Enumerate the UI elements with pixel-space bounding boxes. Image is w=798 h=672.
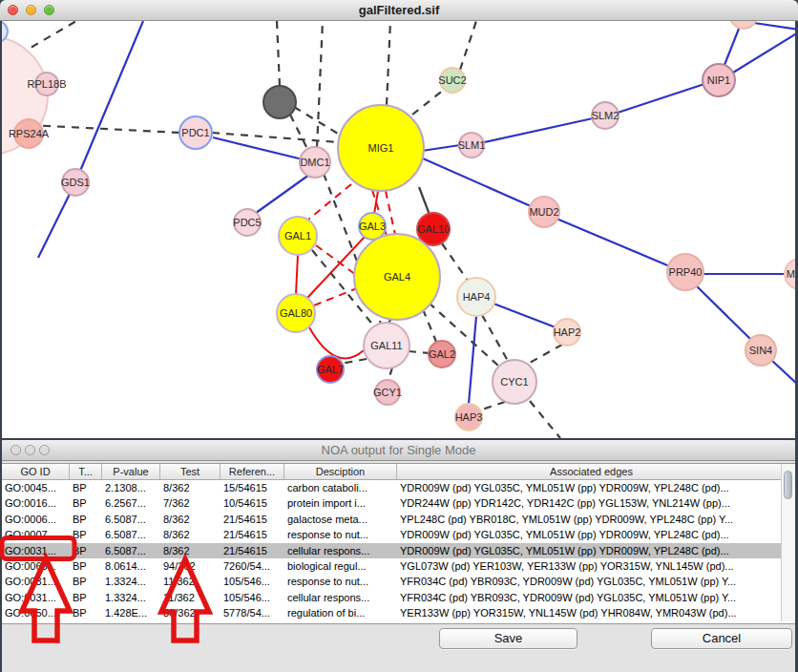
- cell: GO:0016...: [2, 495, 70, 511]
- table-row[interactable]: GO:0050...BP1.428E...80/3625778/54...reg…: [2, 605, 795, 620]
- edge[interactable]: [733, 32, 795, 73]
- node-label-MUD2: MUD2: [529, 206, 558, 218]
- edge[interactable]: [19, 21, 76, 54]
- edge[interactable]: [423, 158, 531, 206]
- edge[interactable]: [374, 191, 378, 214]
- edge[interactable]: [386, 191, 395, 235]
- close-button[interactable]: [10, 445, 21, 455]
- cell: 21/54615: [220, 512, 284, 527]
- cell: 6.5087...: [102, 543, 160, 558]
- edge[interactable]: [341, 359, 367, 364]
- node-label-GAL11: GAL11: [370, 340, 402, 351]
- node-label-SLM2: SLM2: [592, 110, 620, 121]
- column-header-desciption[interactable]: Desciption: [284, 464, 397, 479]
- edge[interactable]: [290, 115, 307, 149]
- edge[interactable]: [460, 21, 476, 70]
- edge[interactable]: [771, 360, 795, 387]
- table-row[interactable]: GO:0065...BP8.0614...94/3627260/54...bio…: [2, 558, 795, 574]
- edge[interactable]: [409, 351, 430, 353]
- node-gray-node[interactable]: [263, 86, 296, 118]
- edge[interactable]: [316, 245, 356, 275]
- vertical-scrollbar[interactable]: [781, 464, 795, 621]
- network-window-titlebar[interactable]: galFiltered.sif: [0, 0, 798, 21]
- edge[interactable]: [309, 327, 364, 358]
- cell: YPL248C (pd) YBR018C, YML051W (pp) YDR00…: [397, 512, 787, 527]
- cell: 1.428E...: [102, 605, 160, 620]
- column-header-test[interactable]: Test: [160, 464, 220, 479]
- node-label-HAP4: HAP4: [463, 291, 491, 303]
- cell: BP: [70, 512, 102, 527]
- edge[interactable]: [479, 402, 505, 410]
- save-button[interactable]: Save: [439, 628, 578, 649]
- table-row[interactable]: GO:0007...BP6.5087...8/36221/54615respon…: [2, 527, 795, 542]
- node-label-MSL5: MSL5: [787, 268, 795, 280]
- cell: 2.1308...: [102, 480, 160, 495]
- edge[interactable]: [75, 21, 143, 182]
- edge[interactable]: [296, 255, 298, 294]
- cell: YFR034C (pd) YBR093C, YDR009W (pd) YGL03…: [397, 590, 787, 605]
- edge[interactable]: [29, 125, 180, 133]
- edge[interactable]: [277, 21, 280, 86]
- edge[interactable]: [294, 107, 338, 134]
- minimize-button[interactable]: [25, 445, 35, 455]
- cell: BP: [70, 543, 102, 558]
- network-canvas[interactable]: RPL18BRPS24APDC1GDS1DMC1MIG1SUC2SLM1SLM2…: [0, 21, 798, 438]
- table-row[interactable]: GO:0045...BP2.1308...8/36215/54615carbon…: [2, 480, 795, 495]
- edge[interactable]: [388, 368, 392, 380]
- cell: GO:0007...: [2, 527, 70, 542]
- noa-window-titlebar[interactable]: NOA output for Single Mode: [2, 440, 795, 461]
- cell: 6.2567...: [102, 495, 160, 511]
- edge[interactable]: [423, 309, 436, 342]
- cancel-button[interactable]: Cancel: [651, 628, 792, 649]
- column-header-referen[interactable]: Referen...: [220, 464, 284, 479]
- node-label-SIN4: SIN4: [749, 345, 772, 356]
- edge[interactable]: [618, 84, 704, 113]
- minimize-button[interactable]: [26, 5, 36, 15]
- column-header-p-value[interactable]: P-value: [102, 464, 160, 479]
- table-row[interactable]: GO:0006...BP6.5087...8/36221/54615galact…: [2, 512, 795, 527]
- table-row[interactable]: GO:0031...BP1.3324...11/362105/546...res…: [2, 574, 795, 589]
- node-label-PDC5: PDC5: [233, 217, 261, 228]
- edge[interactable]: [317, 21, 323, 148]
- edge[interactable]: [412, 90, 444, 115]
- node-top-pink[interactable]: [730, 21, 757, 29]
- cell: 10/54615: [220, 495, 284, 511]
- table-row[interactable]: GO:0031...BP1.3324...11/362105/546...cel…: [2, 590, 795, 605]
- cell: GO:0045...: [2, 480, 70, 495]
- edge[interactable]: [419, 187, 430, 215]
- node-label-RPS24A: RPS24A: [9, 128, 50, 139]
- cell: 21/54615: [220, 527, 284, 542]
- table-row[interactable]: GO:0031...BP6.5087...8/36221/54615cellul…: [2, 543, 795, 558]
- cell: 5778/54...: [220, 605, 284, 620]
- column-header-associated-edges[interactable]: Associated edges: [397, 464, 787, 479]
- cell: cellular respons...: [284, 543, 397, 558]
- edge[interactable]: [556, 219, 672, 267]
- edge[interactable]: [724, 29, 739, 65]
- edge[interactable]: [442, 243, 468, 281]
- zoom-button[interactable]: [44, 5, 54, 15]
- edge[interactable]: [212, 133, 339, 142]
- edge[interactable]: [252, 175, 309, 216]
- table-row[interactable]: GO:0016...BP6.2567...7/36210/54615protei…: [2, 495, 795, 511]
- edge[interactable]: [469, 316, 476, 404]
- node-label-GAL7: GAL7: [317, 364, 344, 375]
- edge[interactable]: [484, 118, 593, 142]
- edge[interactable]: [754, 23, 795, 30]
- edge[interactable]: [530, 401, 560, 438]
- edge[interactable]: [696, 285, 752, 341]
- edge[interactable]: [422, 145, 460, 151]
- cell: response to nut...: [284, 527, 397, 542]
- cell: GO:0065...: [2, 558, 70, 574]
- edge[interactable]: [213, 137, 303, 159]
- close-button[interactable]: [8, 5, 18, 15]
- scrollbar-thumb[interactable]: [784, 471, 792, 499]
- edge[interactable]: [494, 304, 556, 327]
- cell: 8/362: [160, 512, 220, 527]
- column-header-t[interactable]: T...: [70, 464, 102, 479]
- edge[interactable]: [387, 21, 390, 105]
- cell: 8/362: [160, 527, 220, 542]
- column-header-go-id[interactable]: GO ID: [2, 464, 70, 479]
- edge[interactable]: [530, 345, 562, 363]
- cell: 105/546...: [220, 590, 284, 605]
- zoom-button[interactable]: [39, 445, 50, 455]
